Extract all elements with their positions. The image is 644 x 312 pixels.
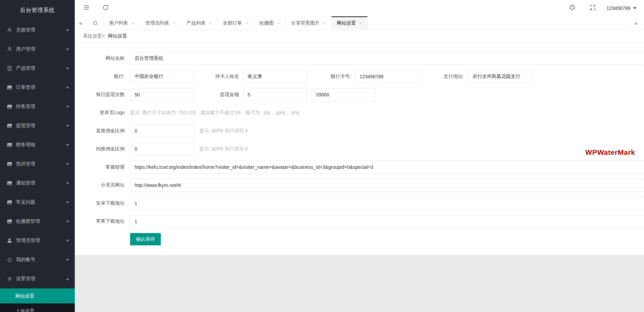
site-name-label: 网站名称 [75,55,125,62]
indirect-rate-label: 间推佣金比例 [75,146,125,152]
user-icon [7,46,12,52]
sidebar-item[interactable]: 转售管理 [0,97,75,116]
close-icon[interactable]: × [131,21,134,25]
home-icon [7,257,12,262]
app-root: 后台管理系统 充值管理用户管理产品管理订单管理转售管理提现管理财务明细投诉管理通… [0,0,644,312]
tab[interactable]: 产品列表× [181,16,218,30]
close-icon[interactable]: × [323,21,326,25]
tab-home[interactable] [87,16,103,30]
sidebar-item[interactable]: 通知管理 [0,174,75,193]
close-icon[interactable]: × [209,21,212,25]
tab[interactable]: 网站设置× [332,16,368,30]
tab-label: 产品列表 [186,20,206,26]
sidebar-subitem[interactable]: 上传设置 [0,303,75,312]
breadcrumb-page: 网站设置 [108,33,127,39]
direct-rate-input[interactable] [130,124,194,137]
tabs-scroll-right-button[interactable]: » [628,16,644,30]
user-filled-icon [7,238,12,243]
image-icon [7,219,12,224]
branch-input[interactable] [468,70,532,83]
direct-rate-label: 直推佣金比例 [75,128,125,134]
sidebar-item[interactable]: 投诉管理 [0,154,75,174]
image-icon [7,85,12,90]
tab-label: 用户列表 [109,20,128,26]
tab-label: 网站设置 [337,20,356,26]
username: 123456789 [606,5,630,11]
chevron-down-icon [66,87,69,89]
card-no-label: 银行卡号: [307,73,351,80]
tab[interactable]: 轮播图× [254,16,285,30]
image-icon [7,104,12,109]
close-icon[interactable]: × [360,21,362,25]
sidebar-item-label: 产品管理 [16,65,66,71]
tab-label: 管理员列表 [145,20,169,26]
document-icon [7,66,12,71]
theme-button[interactable] [564,0,580,16]
form-row: 登录页Logo 提示: 图片尺寸比例为: 750:216，建议最大不超过1M，格… [75,106,644,119]
indirect-rate-hint: 提示: 如8% 则只填写 8 [199,146,248,152]
sidebar-item-label: 转售管理 [16,104,66,110]
user-menu[interactable]: 123456789 [605,5,638,11]
sidebar-item-label: 订单管理 [16,84,66,91]
form-row: 银行: 持卡人姓名 银行卡号: 支行地址: [75,70,644,83]
sidebar-item[interactable]: 管理员管理 [0,231,75,250]
collapse-sidebar-button[interactable] [78,0,95,16]
sidebar-menu: 充值管理用户管理产品管理订单管理转售管理提现管理财务明细投诉管理通知管理常见问题… [0,21,75,312]
close-icon[interactable]: × [173,21,176,25]
sidebar-item[interactable]: 设置管理 [0,269,75,288]
indirect-rate-input[interactable] [130,143,194,155]
ios-url-input[interactable] [130,215,644,228]
tab[interactable]: 全部订单× [218,16,254,30]
sidebar-item[interactable]: 提现管理 [0,116,75,135]
share-url-label: 分享页网址 [75,182,125,188]
daily-times-label: 每日提现次数 [75,92,125,98]
bank-input[interactable] [130,70,194,83]
form-row: 每日提现次数 提现金额 [75,88,644,101]
chevron-down-icon [66,144,69,146]
refresh-button[interactable] [97,0,114,16]
site-name-input[interactable] [130,52,644,65]
android-url-input[interactable] [130,197,644,210]
android-url-label: 安卓下载地址 [75,200,125,206]
sidebar-item[interactable]: 财务明细 [0,135,75,154]
close-icon[interactable]: × [246,21,248,25]
kefu-label: 客服链接 [75,164,125,170]
save-button[interactable]: 确认保存 [130,233,161,245]
share-url-input[interactable] [130,179,644,192]
sidebar-item[interactable]: 常见问题 [0,193,75,212]
image-icon [7,180,12,186]
home-icon [92,20,98,27]
kefu-input[interactable] [130,161,644,174]
sidebar-item[interactable]: 充值管理 [0,21,75,40]
breadcrumb: 系统设置> 网站设置 [75,30,644,42]
sidebar-item[interactable]: 产品管理 [0,59,75,78]
sidebar-item-label: 财务明细 [16,142,66,148]
chevron-down-icon [66,106,69,108]
daily-times-input[interactable] [130,88,194,101]
sidebar-subitem[interactable]: 网站设置 [0,288,75,303]
topbar-right: 123456789 [564,0,644,16]
tab[interactable]: 用户列表× [103,16,140,30]
sidebar-item[interactable]: 轮播图管理 [0,212,75,231]
close-icon[interactable]: × [277,21,280,25]
tab-label: 全部订单 [223,20,242,26]
collapse-icon [83,4,90,12]
tab[interactable]: 管理员列表× [140,16,181,30]
tab[interactable]: 分享背景图片× [285,16,332,30]
chevron-down-icon [66,202,69,203]
main-area: 123456789 « 用户列表×管理员列表×产品列表×全部订单×轮播图×分享背… [75,0,644,312]
sidebar-item-label: 通知管理 [16,180,66,186]
holder-input[interactable] [243,70,307,83]
sidebar-item[interactable]: 用户管理 [0,40,75,59]
form-row: 分享页网址 [75,179,644,192]
sidebar-item-label: 投诉管理 [16,161,66,167]
amount-min-input[interactable] [243,88,307,101]
amount-max-input[interactable] [311,88,375,101]
sidebar-item[interactable]: 我的账号 [0,250,75,269]
fullscreen-button[interactable] [585,0,601,16]
fullscreen-icon [589,4,596,12]
tabs-scroll-left-button[interactable]: « [75,16,87,30]
sidebar-item[interactable]: 订单管理 [0,78,75,97]
topbar-left [78,0,114,16]
card-no-input[interactable] [355,70,419,83]
